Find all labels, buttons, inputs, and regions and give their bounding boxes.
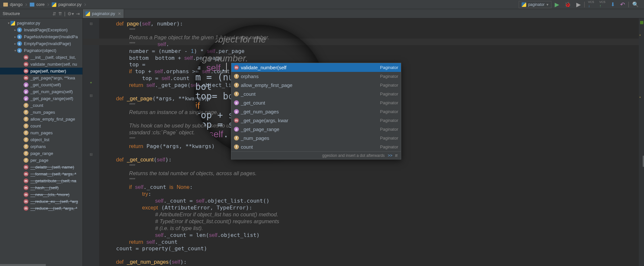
structure-tool-window: Structure ⇵ ⇈ | ⚙▾ ⇥ ▾paginator.py ▸cInv… <box>0 9 83 266</box>
collapse-all-icon[interactable]: ⇈ <box>58 11 62 16</box>
vcs-commit-button[interactable]: VCS↑ <box>597 1 607 8</box>
error-stripe[interactable] <box>639 18 644 266</box>
hint-link[interactable]: >> <box>388 153 392 158</box>
tree-item[interactable]: m__hash__(self) <box>0 184 82 191</box>
completion-item[interactable]: m_get_page(args, kwarPaginator <box>231 116 401 125</box>
navigation-bar: django › core › paginator.py › paginator… <box>0 0 644 9</box>
search-everywhere-button[interactable]: 🔍 <box>630 1 641 8</box>
settings-icon[interactable]: ⚙▾ <box>67 11 74 16</box>
pi-icon: π <box>395 153 398 158</box>
tree-item[interactable]: fnum_pages <box>0 129 82 136</box>
tree-item[interactable]: m__delattr__(self, name) <box>0 164 82 171</box>
breadcrumb-root[interactable]: django <box>2 0 24 9</box>
code-completion-popup[interactable]: mvalidate_number(selfPaginatorforphansPa… <box>231 63 401 159</box>
completion-item[interactable]: f_countPaginator <box>231 90 401 98</box>
expand-all-icon[interactable]: ⇵ <box>52 11 56 16</box>
undo-button[interactable]: ↶ <box>618 1 627 8</box>
completion-item[interactable]: f_num_pagesPaginator <box>231 134 401 142</box>
tree-item[interactable]: fallow_empty_first_page <box>0 116 82 123</box>
run-with-coverage-button[interactable]: ▶ <box>574 1 583 8</box>
tree-item[interactable]: m__format__(self, *args, * <box>0 171 82 177</box>
editor-tabs: paginator.py✕ <box>83 9 644 18</box>
run-configuration-selector[interactable]: paginator▾ <box>519 1 551 8</box>
run-button[interactable]: ▶ <box>553 1 561 8</box>
completion-item[interactable]: mvalidate_number(selfPaginator <box>231 63 401 72</box>
breadcrumb-separator: › <box>24 1 28 8</box>
separator <box>584 2 585 8</box>
vertical-scrollbar-thumb[interactable] <box>643 156 644 167</box>
tree-item[interactable]: f_count <box>0 102 82 109</box>
tree-item[interactable]: p_get_page_range(self) <box>0 95 82 102</box>
tree-item[interactable]: fobject_list <box>0 136 82 143</box>
tree-item[interactable]: mpage(self, number) <box>0 68 82 75</box>
completion-item[interactable]: fcountPaginator <box>231 142 401 151</box>
completion-item[interactable]: p_get_countPaginator <box>231 98 401 107</box>
breadcrumb-separator: › <box>83 1 87 8</box>
revert-button[interactable]: ⬇ <box>609 1 617 8</box>
tree-item[interactable]: ▾cPaginator(object) <box>0 47 82 54</box>
toolbar-right: paginator▾ ▶ 🐞 ▶ VCS↓ VCS↑ ⬇ ↶ 🔍 <box>519 1 644 8</box>
debug-button[interactable]: 🐞 <box>563 1 573 8</box>
separator: | <box>64 11 65 16</box>
tree-file-root[interactable]: ▾paginator.py <box>0 20 82 26</box>
tree-item[interactable]: mvalidate_number(self, nu <box>0 61 82 68</box>
completion-item[interactable]: fallow_empty_first_pagePaginator <box>231 81 401 90</box>
breadcrumb: django › core › paginator.py › <box>0 0 87 9</box>
tree-item[interactable]: fper_page <box>0 157 82 164</box>
completion-item[interactable]: forphansPaginator <box>231 72 401 81</box>
code-editor[interactable]: ⊟●⊟⊟ def page(self, number): """ Returns… <box>83 18 644 266</box>
tree-item[interactable]: m__getattribute__(self, na <box>0 177 82 184</box>
hide-icon[interactable]: ⇥ <box>76 11 80 16</box>
editor-area: paginator.py✕ ⊟●⊟⊟ def page(self, number… <box>83 9 644 266</box>
editor-tab[interactable]: paginator.py✕ <box>83 9 124 18</box>
completion-hint: ggestion and insert a dot afterwards >>π <box>231 151 401 159</box>
editor-gutter[interactable]: ⊟●⊟⊟ <box>83 18 99 266</box>
structure-tree[interactable]: ▾paginator.py ▸cInvalidPage(Exception)▸c… <box>0 18 82 264</box>
breadcrumb-file[interactable]: paginator.py <box>50 0 83 9</box>
completion-item[interactable]: p_get_num_pagesPaginator <box>231 107 401 116</box>
tree-item[interactable]: m__reduce_ex__(self, *arg <box>0 198 82 205</box>
tree-item[interactable]: ▸cInvalidPage(Exception) <box>0 26 82 33</box>
tree-item[interactable]: fpage_range <box>0 150 82 157</box>
tree-item[interactable]: m__new__(cls, *more) <box>0 191 82 198</box>
tree-item[interactable]: m_get_page(*args, **kwa <box>0 75 82 81</box>
vcs-update-button[interactable]: VCS↓ <box>586 1 596 8</box>
tree-item[interactable]: f_num_pages <box>0 109 82 116</box>
tool-window-title: Structure <box>3 11 20 16</box>
close-tab-icon[interactable]: ✕ <box>118 11 121 16</box>
inspection-indicator[interactable] <box>640 21 643 24</box>
tree-item[interactable]: fcount <box>0 123 82 129</box>
tree-item[interactable]: m__reduce__(self, *args, * <box>0 205 82 212</box>
tree-item[interactable]: ▸cEmptyPage(InvalidPage) <box>0 40 82 47</box>
breadcrumb-separator: › <box>46 1 50 8</box>
separator <box>628 2 629 8</box>
tree-item[interactable]: forphans <box>0 143 82 150</box>
tree-item[interactable]: p_get_num_pages(self) <box>0 88 82 95</box>
tree-item[interactable]: m__init__(self, object_list, <box>0 54 82 61</box>
tree-item[interactable]: p_get_count(self) <box>0 81 82 88</box>
completion-item[interactable]: p_get_page_rangePaginator <box>231 125 401 134</box>
breadcrumb-folder[interactable]: core <box>28 0 46 9</box>
tree-item[interactable]: ▸cPageNotAnInteger(InvalidPa <box>0 33 82 40</box>
horizontal-scrollbar[interactable] <box>0 264 82 266</box>
